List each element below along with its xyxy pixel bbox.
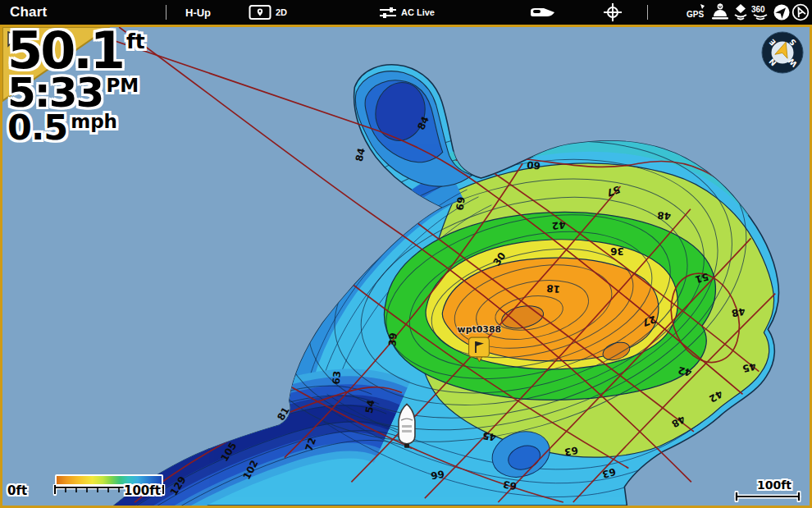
chartplotter-screen: Chart H-Up 2D AC Live <box>0 0 812 508</box>
depth-value: 50.1 <box>7 27 123 74</box>
map-pin-box-icon <box>249 4 271 21</box>
depth-unit: ft <box>126 32 145 51</box>
speed-unit: mph <box>71 113 117 130</box>
depth-label: 60 <box>527 159 541 172</box>
time-unit: PM <box>106 77 139 94</box>
sonar-360-label: 360 <box>751 5 765 14</box>
depth-label: 48 <box>657 209 672 222</box>
top-menu-bar: Chart H-Up 2D AC Live <box>0 0 812 25</box>
speed-readout: 0.5 mph <box>7 112 145 144</box>
depth-label: 36 <box>610 245 624 257</box>
nav-arrow-icon <box>773 3 791 21</box>
chart-area[interactable]: 8484605769424836513018274845424248396354… <box>0 25 812 508</box>
boat-position-icon <box>399 404 415 447</box>
divider <box>166 5 167 20</box>
depth-label: 63 <box>563 444 579 458</box>
sonar-360-status[interactable]: 360 <box>750 0 770 25</box>
depth-label: 66 <box>430 468 445 482</box>
autopilot-status[interactable] <box>791 0 810 25</box>
gps-label: GPS <box>687 10 704 19</box>
gps-status[interactable]: GPS <box>686 0 707 25</box>
boat-button[interactable] <box>528 0 556 25</box>
chart-tab-label: Chart <box>10 4 47 21</box>
gps-icon: GPS <box>686 3 707 21</box>
depth-label: 45 <box>481 430 497 444</box>
power-dome-icon <box>711 3 729 21</box>
map-scale-label: 100ft <box>757 478 791 492</box>
sonar-source-button[interactable]: AC Live <box>379 0 435 25</box>
map-scale-bar <box>732 491 803 502</box>
boat-icon <box>528 6 556 19</box>
speed-value: 0.5 <box>7 112 67 144</box>
transducer-icon <box>732 3 749 21</box>
chart-tab[interactable]: Chart <box>10 0 47 25</box>
divider <box>647 5 648 20</box>
sonar-360-icon: 360 <box>750 3 770 21</box>
sonar-status[interactable] <box>732 0 749 25</box>
sliders-icon <box>379 5 397 20</box>
view-2d-button[interactable]: 2D <box>249 0 287 25</box>
autopilot-icon <box>791 3 810 21</box>
depth-label: 69 <box>454 196 468 212</box>
depth-label: 18 <box>546 282 561 295</box>
depth-label: 63 <box>502 478 518 492</box>
power-status[interactable] <box>711 0 729 25</box>
depth-scale-max: 100ft <box>124 483 161 498</box>
data-overlay-readouts: 50.1 ft 5:33 PM 0.5 mph <box>7 27 145 144</box>
orientation-button[interactable]: H-Up <box>185 0 211 25</box>
orientation-label: H-Up <box>185 7 211 19</box>
depth-label: 54 <box>363 399 377 414</box>
depth-color-scale: 0ft 100ft <box>4 473 180 504</box>
map-distance-scale: 100ft <box>732 480 805 503</box>
view-2d-label: 2D <box>276 7 287 17</box>
depth-label: 84 <box>354 147 367 162</box>
waypoint-flag-icon <box>469 337 490 357</box>
waypoint-label: wpt0388 <box>458 324 502 335</box>
sonar-source-label: AC Live <box>401 7 435 17</box>
depth-readout: 50.1 ft <box>7 27 145 74</box>
compass-rose[interactable]: N E S W <box>760 30 805 78</box>
mark-cursor-button[interactable] <box>604 0 622 25</box>
depth-label: 39 <box>386 332 399 347</box>
depth-scale-min: 0ft <box>7 483 27 498</box>
navigation-status[interactable] <box>773 0 791 25</box>
depth-label: 63 <box>331 370 343 385</box>
depth-label: 42 <box>551 219 566 231</box>
depth-label: 48 <box>731 305 746 319</box>
crosshair-icon <box>604 3 622 21</box>
